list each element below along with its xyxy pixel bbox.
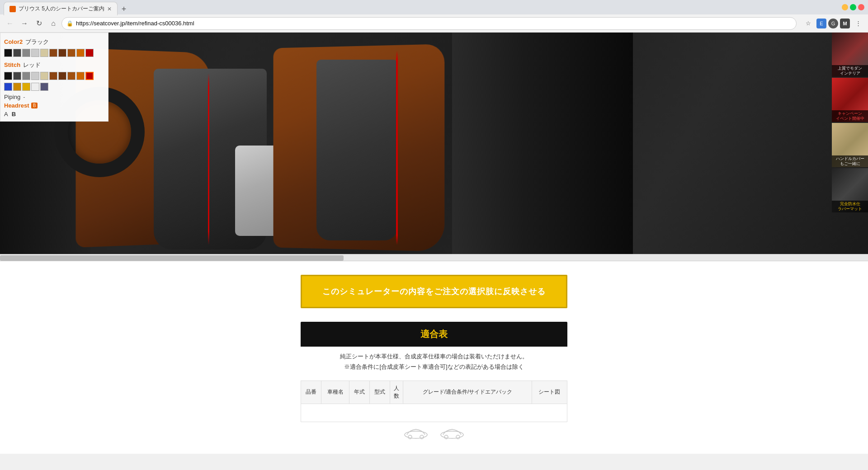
th-grade: グレード/適合条件/サイドエアバック [403,381,532,404]
stitch-swatch-black[interactable] [4,72,12,80]
headrest-options: A B [4,111,104,118]
stitch-swatch-darkgray[interactable] [13,72,21,80]
swatch-brown[interactable] [49,49,57,57]
table-row [301,404,567,422]
swatch-black[interactable] [4,49,12,57]
th-katashiki: 型式 [370,381,390,404]
red-stitch-left [208,73,209,245]
tab-title: プリウス 5人のシートカバーご案内 [19,5,104,13]
far-right-bg [452,33,633,254]
home-button[interactable]: ⌂ [47,17,60,30]
nav-right-icons: ☆ E G M ⋮ [802,17,864,30]
tab-favicon [9,6,16,12]
stitch-swatch-brown[interactable] [49,72,57,80]
window-controls [842,4,864,10]
sidebar-thumb-1[interactable]: 上質でモダンインテリア [832,33,868,77]
extension-m-icon[interactable]: M [840,19,850,28]
swatch-gray[interactable] [22,49,30,57]
tekigo-notice-line2: ※適合条件に[合成皮革シート車適合可]などの表記がある場合は除く [301,362,567,372]
headrest-option-a[interactable]: A [4,111,8,118]
svg-point-4 [444,435,448,439]
color2-label: Color2 [4,38,23,45]
stitch-swatches-row2 [4,83,104,91]
color2-value: ブラック [25,38,49,46]
tekigo-section: 適合表 純正シートが本革仕様、合成皮革仕様車の場合は装着いただけません。 ※適合… [301,322,567,440]
back-button[interactable]: ← [4,17,16,30]
sidebar-label-4: 完全防水仕ラバーマット [832,201,868,212]
stitch-value: レッド [23,61,41,69]
extensions-icon[interactable]: E [816,19,826,28]
th-hinban: 品番 [301,381,321,404]
swatch-orange[interactable] [76,49,85,57]
stitch-swatches-row1 [4,72,104,80]
address-bar[interactable]: 🔒 https://seatcover.jp/item/refinad-cs00… [61,17,797,30]
stitch-swatch-yellow[interactable] [22,83,30,91]
color-panel: Color2 ブラック Stitch レッド [0,33,108,122]
color2-swatches [4,49,104,57]
piping-row: Piping - [4,94,104,100]
headrest-option-b[interactable]: B [12,111,16,118]
tab-close-button[interactable]: ✕ [107,6,112,12]
lower-content: このシミュレーターの内容をご注文の選択肢に反映させる 適合表 純正シートが本革仕… [0,261,868,454]
menu-icon[interactable]: ⋮ [852,17,864,30]
stitch-swatch-gold[interactable] [13,83,21,91]
red-stitch-right [396,51,398,245]
stitch-swatch-red[interactable] [85,72,94,80]
url-text: https://seatcover.jp/item/refinad-cs0003… [76,20,792,27]
svg-point-1 [408,435,412,439]
profile-icon[interactable]: G [828,19,838,28]
right-seat-center-panel [316,60,398,240]
swatch-darkgray[interactable] [13,49,21,57]
new-tab-button[interactable]: + [118,3,130,15]
close-button[interactable] [858,4,864,10]
stitch-header: Stitch レッド [4,60,104,70]
stitch-swatch-mediumbrown[interactable] [67,72,75,80]
th-shashumen: 車種名 [321,381,349,404]
stitch-swatch-lightgray[interactable] [31,72,39,80]
sidebar-label-3: ハンドルカバーもご一緒に [832,155,868,167]
bookmark-icon[interactable]: ☆ [802,17,815,30]
svg-point-5 [456,435,460,439]
tekigo-table: 品番 車種名 年式 型式 人数 グレード/適合条件/サイドエアバック シート図 [301,381,567,422]
color2-header: Color2 ブラック [4,37,104,47]
car-icon-2 [439,427,466,440]
piping-label: Piping [4,94,20,100]
stitch-swatch-gray[interactable] [22,72,30,80]
swatch-darkbrown[interactable] [58,49,66,57]
nav-bar: ← → ↻ ⌂ 🔒 https://seatcover.jp/item/refi… [0,14,868,33]
sidebar-thumb-3[interactable]: ハンドルカバーもご一緒に [832,123,868,167]
headrest-label: Headrest [4,102,29,109]
simulator-reflect-button[interactable]: このシミュレーターの内容をご注文の選択肢に反映させる [301,275,567,308]
svg-point-2 [420,435,424,439]
title-bar: プリウス 5人のシートカバーご案内 ✕ + [0,0,868,14]
car-icon-1 [402,427,429,440]
stitch-swatch-navygray[interactable] [40,83,48,91]
page-content: Color2 ブラック Stitch レッド [0,33,868,454]
piping-value: - [23,94,25,100]
sidebar-thumb-4[interactable]: 完全防水仕ラバーマット [832,168,868,212]
sidebar-label-2: キャンペーンイベント開催中 [832,110,868,122]
forward-button[interactable]: → [18,17,31,30]
swatch-red[interactable] [85,49,94,57]
reload-button[interactable]: ↻ [33,17,45,30]
swatch-cream[interactable] [40,49,48,57]
tekigo-header: 適合表 [301,322,567,347]
horizontal-scrollbar[interactable] [0,254,868,261]
maximize-button[interactable] [850,4,856,10]
th-nenshiki: 年式 [349,381,369,404]
swatch-lightgray[interactable] [31,49,39,57]
stitch-swatch-white[interactable] [31,83,39,91]
minimize-button[interactable] [842,4,848,10]
tekigo-notice: 純正シートが本革仕様、合成皮革仕様車の場合は装着いただけません。 ※適合条件に[… [301,347,567,377]
car-image-area: Color2 ブラック Stitch レッド [0,33,868,254]
swatch-mediumbrown[interactable] [67,49,75,57]
stitch-swatch-orange[interactable] [76,72,85,80]
browser-tab[interactable]: プリウス 5人のシートカバーご案内 ✕ [4,2,118,15]
stitch-swatch-blue[interactable] [4,83,12,91]
scrollbar-thumb[interactable] [0,255,344,261]
stitch-swatch-darkbrown[interactable] [58,72,66,80]
sidebar-thumb-2[interactable]: キャンペーンイベント開催中 [832,78,868,122]
stitch-swatch-cream[interactable] [40,72,48,80]
headrest-badge: B [31,103,38,108]
stitch-label: Stitch [4,61,20,68]
